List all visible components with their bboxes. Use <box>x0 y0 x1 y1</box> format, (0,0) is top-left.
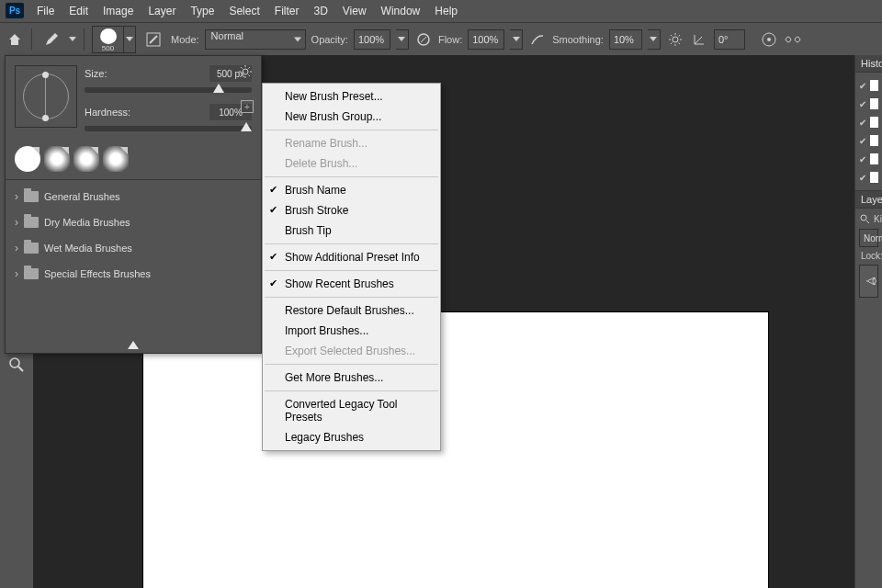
brush-preset-popover: + Size: 500 px Hardness: 100% Ge <box>5 55 262 354</box>
layers-panel-tab[interactable]: Layers <box>855 191 882 209</box>
brush-tool-icon[interactable] <box>41 29 62 50</box>
smoothing-dropdown[interactable] <box>648 29 661 50</box>
eye-icon[interactable] <box>865 275 876 288</box>
blend-mode-select[interactable]: Normal <box>205 29 306 50</box>
menu-rename-brush: Rename Brush... <box>263 133 440 153</box>
resize-handle-icon[interactable] <box>128 341 139 349</box>
menu-brush-name[interactable]: Brush Name <box>263 180 440 200</box>
history-item[interactable] <box>855 76 882 95</box>
chevron-down-icon <box>650 37 657 41</box>
menu-restore-default[interactable]: Restore Default Brushes... <box>263 300 440 321</box>
brush-folder-list: General Brushes Dry Media Brushes Wet Me… <box>6 184 261 287</box>
check-icon <box>859 135 866 146</box>
airbrush-icon[interactable] <box>528 30 547 49</box>
history-thumb <box>870 135 878 146</box>
brush-angle-preview[interactable] <box>15 65 77 128</box>
brush-folder[interactable]: General Brushes <box>11 184 255 209</box>
recent-brush[interactable] <box>103 146 129 172</box>
menu-file[interactable]: File <box>29 0 62 22</box>
menu-brush-stroke[interactable]: Brush Stroke <box>263 200 440 220</box>
menu-get-more-brushes[interactable]: Get More Brushes... <box>263 368 440 388</box>
document-canvas[interactable] <box>143 312 768 588</box>
menu-legacy-brushes[interactable]: Legacy Brushes <box>263 427 440 447</box>
check-icon <box>859 172 866 183</box>
home-icon[interactable] <box>6 30 24 49</box>
history-thumb <box>870 80 878 91</box>
slider-thumb[interactable] <box>241 122 252 131</box>
menu-brush-tip[interactable]: Brush Tip <box>263 220 440 241</box>
menu-window[interactable]: Window <box>374 0 428 22</box>
zoom-tool[interactable] <box>5 353 28 377</box>
menu-layer[interactable]: Layer <box>141 0 183 22</box>
menu-export-brushes: Export Selected Brushes... <box>263 341 440 361</box>
menu-select[interactable]: Select <box>221 0 266 22</box>
folder-icon <box>24 268 39 279</box>
chevron-right-icon <box>15 190 18 203</box>
flow-input[interactable]: 100% <box>468 29 504 50</box>
menu-import-brushes[interactable]: Import Brushes... <box>263 321 440 341</box>
pressure-size-icon[interactable] <box>760 30 778 49</box>
layer-row[interactable] <box>859 265 878 298</box>
brush-folder[interactable]: Special Effects Brushes <box>11 261 255 287</box>
chevron-down-icon <box>513 37 520 41</box>
recent-brush[interactable] <box>44 146 70 172</box>
menu-legacy-tool-presets[interactable]: Converted Legacy Tool Presets <box>263 394 440 427</box>
check-icon <box>859 153 866 164</box>
size-slider[interactable] <box>85 87 252 93</box>
recent-brushes <box>6 141 261 175</box>
opacity-label: Opacity: <box>311 34 348 45</box>
separator <box>265 130 438 130</box>
separator <box>265 176 438 177</box>
opacity-input[interactable]: 100% <box>354 29 390 50</box>
angle-icon[interactable] <box>690 30 708 49</box>
brush-options-menu: New Brush Preset... New Brush Group... R… <box>262 83 441 451</box>
history-item[interactable] <box>855 113 882 131</box>
flow-dropdown[interactable] <box>510 29 523 50</box>
svg-line-29 <box>241 67 243 69</box>
history-panel-tab[interactable]: History <box>855 55 882 73</box>
separator <box>84 28 85 51</box>
menu-filter[interactable]: Filter <box>267 0 307 22</box>
history-item[interactable] <box>855 131 882 150</box>
history-thumb <box>870 117 878 128</box>
brush-folder[interactable]: Dry Media Brushes <box>11 209 255 235</box>
menu-type[interactable]: Type <box>183 0 221 22</box>
smoothing-gear-icon[interactable] <box>666 30 684 49</box>
menu-edit[interactable]: Edit <box>62 0 96 22</box>
history-item[interactable] <box>855 95 882 113</box>
menu-image[interactable]: Image <box>96 0 141 22</box>
gear-icon[interactable] <box>237 63 254 80</box>
history-item[interactable] <box>855 150 882 168</box>
check-icon <box>859 80 866 91</box>
folder-icon <box>24 191 39 202</box>
right-panels: History Layers Kind Normal Lock: <box>854 55 882 588</box>
angle-input[interactable]: 0° <box>714 29 745 50</box>
search-icon[interactable] <box>859 212 870 225</box>
svg-line-21 <box>18 367 23 371</box>
menu-show-additional-info[interactable]: Show Additional Preset Info <box>263 247 440 267</box>
brush-panel-toggle-icon[interactable] <box>143 29 164 50</box>
menu-help[interactable]: Help <box>427 0 465 22</box>
menu-new-brush-preset[interactable]: New Brush Preset... <box>263 86 440 107</box>
recent-brush[interactable] <box>15 146 40 172</box>
brush-folder[interactable]: Wet Media Brushes <box>11 235 255 261</box>
smoothing-input[interactable]: 10% <box>609 29 642 50</box>
menu-new-brush-group[interactable]: New Brush Group... <box>263 107 440 127</box>
size-label: Size: <box>85 68 132 79</box>
recent-brush[interactable] <box>74 146 99 172</box>
menu-show-recent-brushes[interactable]: Show Recent Brushes <box>263 274 440 294</box>
layer-blend-select[interactable]: Normal <box>859 229 878 247</box>
menu-3d[interactable]: 3D <box>306 0 334 22</box>
slider-thumb[interactable] <box>213 84 224 93</box>
brush-preview-picker[interactable]: 500 <box>92 26 136 53</box>
hardness-slider[interactable] <box>85 126 252 131</box>
menu-view[interactable]: View <box>335 0 374 22</box>
new-preset-icon[interactable]: + <box>241 100 254 113</box>
symmetry-icon[interactable] <box>784 30 802 49</box>
opacity-dropdown[interactable] <box>396 29 409 50</box>
pressure-opacity-icon[interactable] <box>414 30 433 49</box>
hardness-label: Hardness: <box>85 107 132 118</box>
chevron-right-icon <box>15 216 18 229</box>
history-item[interactable] <box>855 168 882 187</box>
tool-preset-chevron-icon[interactable] <box>69 37 76 41</box>
